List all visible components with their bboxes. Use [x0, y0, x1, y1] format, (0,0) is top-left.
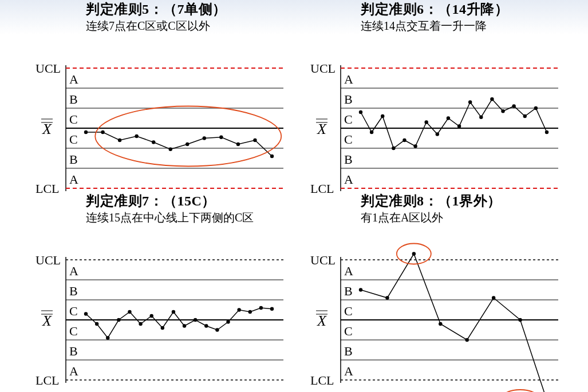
zone-letter: C: [69, 304, 78, 318]
data-point: [490, 97, 494, 101]
data-point: [101, 130, 104, 134]
zone-letter: B: [344, 152, 353, 167]
data-point: [370, 130, 373, 134]
control-chart: UCLLCLXABCCBA: [34, 34, 295, 211]
data-point: [381, 114, 384, 118]
highlight-ellipse: [95, 106, 281, 167]
data-point: [219, 136, 223, 139]
data-line: [86, 132, 272, 156]
zone-letter: C: [69, 132, 78, 146]
data-point: [194, 318, 197, 322]
data-point: [359, 110, 362, 114]
data-point: [237, 308, 240, 311]
rule-subtitle: 连续15点在中心线上下两侧的C区: [86, 210, 295, 225]
data-point: [270, 155, 274, 158]
zone-letter: C: [69, 324, 78, 338]
zone-letter: B: [344, 344, 353, 358]
ucl-label: UCL: [310, 61, 336, 76]
panel-rule6: 判定准则6：（14升降）连续14点交互着一升一降UCLLCLXABCCBA: [309, 0, 570, 211]
data-point: [152, 140, 155, 144]
zone-letter: B: [344, 284, 353, 298]
zone-letter: B: [69, 152, 78, 167]
data-point: [518, 318, 522, 322]
data-point: [436, 132, 439, 136]
rule-subtitle: 连续7点在C区或C区以外: [86, 18, 295, 34]
data-line: [361, 99, 547, 148]
zone-letter: B: [344, 92, 353, 106]
data-point: [183, 324, 186, 327]
data-point: [215, 328, 219, 331]
control-chart: UCLLCLXABCCBA: [309, 225, 570, 392]
zone-letter: B: [69, 92, 78, 106]
data-point: [465, 338, 469, 342]
panel-rule8: 判定准则8：（1界外）有1点在A区以外UCLLCLXABCCBA: [309, 192, 570, 392]
zone-letter: A: [69, 264, 78, 278]
data-point: [95, 322, 98, 326]
zone-letter: C: [344, 132, 353, 146]
data-point: [117, 318, 120, 322]
zone-letter: C: [344, 304, 353, 318]
data-point: [128, 310, 131, 314]
data-point: [479, 116, 483, 119]
rule-title: 判定准则5：（7单侧）: [86, 0, 295, 18]
xbar-label: X: [317, 121, 327, 137]
data-point: [457, 124, 461, 128]
data-point: [359, 288, 362, 291]
data-point: [253, 138, 256, 142]
data-point: [248, 310, 252, 314]
zone-letter: C: [344, 112, 353, 126]
data-point: [385, 296, 389, 299]
data-point: [84, 312, 88, 315]
data-point: [523, 114, 527, 118]
rule-subtitle: 连续14点交互着一升一降: [361, 18, 570, 34]
data-point: [106, 336, 109, 339]
xbar-label: X: [317, 312, 327, 329]
data-point: [203, 136, 206, 140]
zone-letter: A: [69, 172, 78, 187]
ucl-label: UCL: [310, 253, 336, 267]
lcl-label: LCL: [35, 373, 60, 387]
zone-letter: C: [344, 324, 353, 338]
zone-letter: B: [69, 344, 78, 358]
data-point: [150, 314, 153, 318]
ucl-label: UCL: [35, 61, 61, 76]
data-point: [172, 310, 175, 314]
data-line: [86, 308, 272, 338]
data-point: [545, 130, 548, 134]
lcl-label: LCL: [310, 373, 334, 387]
data-point: [512, 104, 515, 108]
page: 判定准则5：（7单侧）连续7点在C区或C区以外UCLLCLXABCCBA 判定准…: [0, 0, 588, 392]
zone-letter: C: [69, 112, 78, 126]
data-point: [492, 296, 495, 299]
xbar-label: X: [42, 312, 52, 329]
zone-letter: A: [344, 172, 353, 187]
rule-subtitle: 有1点在A区以外: [361, 210, 570, 225]
data-point: [236, 142, 240, 146]
ucl-label: UCL: [35, 253, 61, 267]
zone-letter: A: [69, 72, 78, 86]
data-point: [501, 109, 504, 113]
data-point: [270, 307, 274, 311]
data-point: [118, 138, 121, 142]
control-chart: UCLLCLXABCCBA: [309, 34, 570, 211]
zone-letter: A: [344, 364, 353, 378]
data-point: [392, 146, 395, 150]
data-point: [139, 322, 142, 326]
data-point: [226, 320, 230, 323]
data-point: [169, 148, 172, 151]
data-point: [439, 322, 442, 326]
data-point: [402, 138, 406, 142]
data-point: [425, 120, 428, 124]
data-line: [361, 254, 547, 393]
zone-letter: A: [69, 364, 78, 378]
data-point: [186, 142, 189, 146]
data-point: [534, 106, 538, 110]
rule-title: 判定准则6：（14升降）: [361, 0, 570, 18]
zone-letter: A: [344, 72, 353, 86]
zone-letter: A: [344, 264, 353, 278]
data-point: [161, 326, 164, 330]
data-point: [447, 116, 450, 120]
data-point: [259, 306, 263, 310]
panel-rule7: 判定准则7：（15C）连续15点在中心线上下两侧的C区UCLLCLXABCCBA: [34, 192, 295, 392]
rule-title: 判定准则8：（1界外）: [361, 192, 570, 210]
